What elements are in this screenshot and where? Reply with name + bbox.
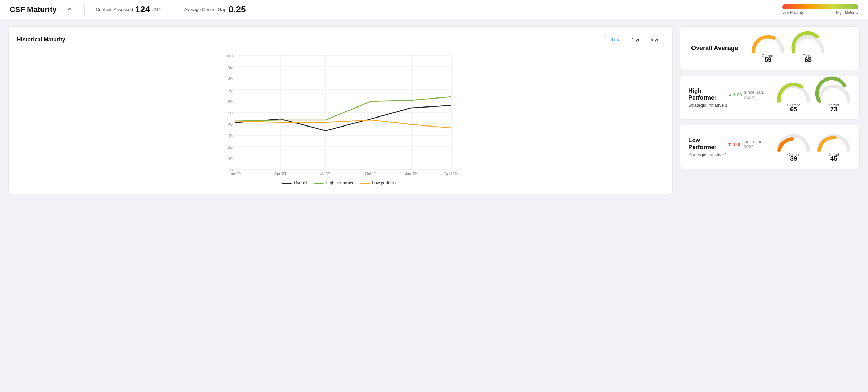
overall-target-value: 68	[805, 56, 812, 64]
svg-text:Jan '21: Jan '21	[229, 171, 241, 176]
svg-text:30: 30	[228, 134, 233, 138]
high-performer-change-since: since Jan, 2022	[744, 90, 768, 100]
divider	[84, 5, 85, 15]
legend-overall: Overall	[282, 180, 307, 185]
legend-overall-line	[282, 183, 292, 184]
high-performer-card: High Performer ▲ 6.00 since Jan, 2022 St…	[680, 76, 860, 120]
legend-low-label: Low performer	[372, 180, 399, 185]
controls-assessed-group: Controls Assessed 124 /312	[96, 4, 162, 15]
avg-gap-label: Average Control Gap	[184, 7, 226, 12]
avg-gap-group: Average Control Gap 0.25	[184, 4, 246, 15]
edit-icon[interactable]: ✏	[67, 7, 73, 13]
divider2	[173, 5, 173, 15]
time-buttons: 6 mo 1 yr 5 yr	[605, 35, 664, 44]
right-panel: Overall Average Current 59	[680, 26, 860, 194]
maturity-high-label: High Maturity	[836, 10, 858, 15]
historical-maturity-panel: Historical Maturity 6 mo 1 yr 5 yr 100 9…	[8, 26, 673, 194]
svg-text:Jan '22: Jan '22	[405, 171, 417, 176]
chart-header: Historical Maturity 6 mo 1 yr 5 yr	[17, 35, 664, 44]
svg-text:20: 20	[228, 145, 233, 149]
page-title: CSF Maturity	[10, 5, 57, 14]
legend-high-label: High performer	[326, 180, 353, 185]
overall-current-svg	[751, 33, 785, 53]
line-chart-svg: 100 90 80 70 60 50 40 30 20 10 0	[17, 51, 664, 176]
legend-overall-label: Overall	[294, 180, 307, 185]
top-bar: CSF Maturity ✏ Controls Assessed 124 /31…	[0, 0, 868, 19]
controls-assessed-value: 124	[135, 4, 150, 15]
chart-area: 100 90 80 70 60 50 40 30 20 10 0	[17, 51, 664, 176]
low-performer-current-gauge: Current 39	[776, 132, 811, 162]
overall-gauges: Current 59 Target 68	[751, 33, 825, 64]
low-performer-target-svg	[816, 132, 851, 152]
high-performer-current-value: 65	[790, 106, 797, 113]
svg-text:90: 90	[228, 65, 233, 69]
low-performer-sub: Strategic Initiative 2	[688, 152, 768, 157]
time-btn-5yr[interactable]: 5 yr	[645, 35, 664, 44]
main-content: Historical Maturity 6 mo 1 yr 5 yr 100 9…	[0, 19, 868, 201]
svg-text:70: 70	[228, 88, 233, 92]
legend-low-performer: Low performer	[360, 180, 399, 185]
high-performer-change-sign: ▲	[728, 92, 732, 97]
svg-text:80: 80	[228, 77, 233, 81]
legend-low-line	[360, 183, 370, 184]
high-performer-current-svg	[776, 82, 811, 102]
maturity-labels: Low Maturity High Maturity	[782, 10, 858, 15]
maturity-legend: Low Maturity High Maturity	[782, 4, 858, 15]
overall-target-svg	[791, 33, 825, 53]
svg-text:10: 10	[228, 157, 233, 161]
high-performer-name: High Performer	[688, 87, 724, 101]
overall-average-card: Overall Average Current 59	[680, 26, 860, 70]
svg-text:100: 100	[226, 54, 233, 58]
high-performer-change-value: 6.00	[733, 92, 742, 97]
controls-assessed-label: Controls Assessed	[96, 7, 133, 12]
controls-assessed-total: /312	[152, 7, 162, 12]
low-performer-target-gauge: Target 45	[816, 132, 851, 162]
high-performer-target-value: 73	[830, 106, 837, 113]
avg-gap-value: 0.25	[228, 4, 246, 15]
high-performer-target-gauge: Target 73	[816, 82, 851, 113]
svg-text:50: 50	[228, 111, 233, 115]
overall-current-gauge: Current 59	[751, 33, 785, 64]
svg-text:60: 60	[228, 100, 233, 104]
time-btn-1yr[interactable]: 1 yr	[626, 35, 645, 44]
svg-text:Oct '21: Oct '21	[365, 171, 377, 176]
high-performer-target-svg	[816, 82, 851, 102]
overall-line	[235, 105, 451, 131]
low-performer-card: Low Performer ▼ 3.00 since Jan, 2022 Str…	[680, 125, 860, 169]
low-performer-change-sign: ▼	[727, 142, 732, 147]
overall-target-gauge: Target 68	[791, 33, 825, 64]
overall-average-name: Overall Average	[691, 45, 740, 52]
svg-text:Apr '21: Apr '21	[274, 171, 287, 176]
low-performer-change-since: since Jan, 2022	[743, 139, 768, 149]
low-performer-gauges: Current 39 Target 45	[776, 132, 851, 162]
low-performer-target-value: 45	[830, 155, 837, 162]
high-performer-current-gauge: Current 65	[776, 82, 811, 113]
low-performer-change: ▼ 3.00 since Jan, 2022	[727, 139, 768, 149]
chart-legend: Overall High performer Low performer	[17, 180, 664, 185]
low-performer-current-svg	[776, 132, 811, 152]
high-performer-info: High Performer ▲ 6.00 since Jan, 2022 St…	[688, 87, 768, 108]
maturity-gradient-bar	[782, 4, 858, 9]
high-performer-sub: Strategic Initiative 1	[688, 103, 768, 108]
high-performer-gauges: Current 65 Target 73	[776, 82, 851, 113]
high-performer-change: ▲ 6.00 since Jan, 2022	[728, 90, 768, 100]
chart-title: Historical Maturity	[17, 37, 605, 43]
high-performer-line	[235, 97, 451, 121]
svg-text:April '22: April '22	[444, 171, 458, 176]
overall-current-value: 59	[765, 56, 771, 64]
low-performer-change-value: 3.00	[733, 142, 741, 147]
maturity-low-label: Low Maturity	[782, 10, 804, 15]
low-performer-current-value: 39	[790, 155, 797, 162]
svg-text:40: 40	[228, 122, 233, 127]
legend-high-line	[314, 183, 324, 184]
legend-high-performer: High performer	[314, 180, 353, 185]
svg-text:Jul '21: Jul '21	[320, 171, 331, 176]
low-performer-name: Low Performer	[688, 137, 724, 151]
low-performer-info: Low Performer ▼ 3.00 since Jan, 2022 Str…	[688, 137, 768, 157]
time-btn-6mo[interactable]: 6 mo	[605, 35, 626, 44]
